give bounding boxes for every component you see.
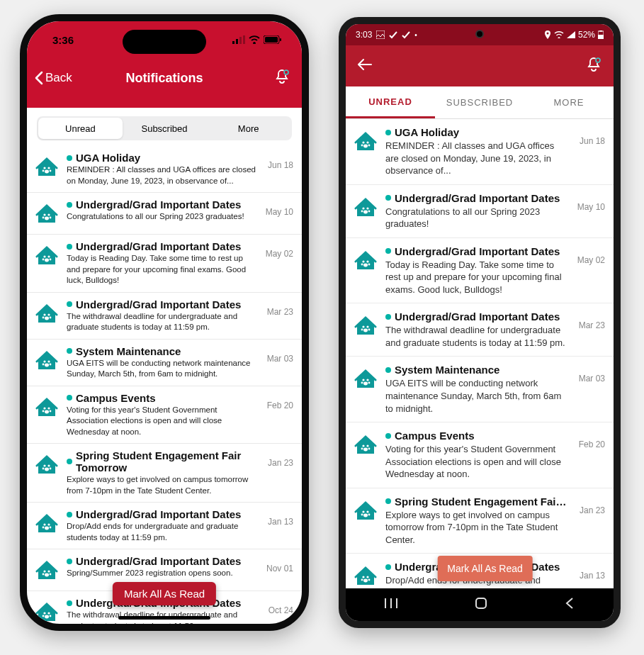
svg-point-20 xyxy=(47,255,50,257)
mark-all-read-button[interactable]: Mark All As Read xyxy=(437,556,533,581)
unread-dot-icon xyxy=(67,202,72,208)
svg-point-76 xyxy=(362,207,364,209)
house-paw-icon xyxy=(35,156,58,179)
svg-point-86 xyxy=(362,326,364,328)
notification-row[interactable]: Undergrad/Grad Important DatesToday is R… xyxy=(346,238,614,304)
tab-subscribed[interactable]: SUBSCRIBED xyxy=(435,86,524,118)
notification-row[interactable]: Undergrad/Grad Important DatesThe withdr… xyxy=(346,303,614,357)
svg-point-74 xyxy=(368,145,371,147)
svg-point-78 xyxy=(361,210,363,212)
svg-rect-68 xyxy=(599,30,602,32)
notification-row[interactable]: UGA HolidayREMINDER : All classes and UG… xyxy=(27,146,302,193)
notification-title: Undergrad/Grad Important Dates xyxy=(76,240,241,252)
notification-date: Jan 23 xyxy=(264,449,293,468)
svg-point-17 xyxy=(50,217,52,219)
notification-date: Jan 23 xyxy=(574,496,605,515)
notification-body: The withdrawal deadline for undergraduat… xyxy=(67,311,256,333)
notification-body: Spring/Summer 2023 registration opens so… xyxy=(67,568,256,579)
notification-row[interactable]: Campus EventsVoting for this year's Stud… xyxy=(346,422,614,488)
tab-subscribed[interactable]: Subscribed xyxy=(123,118,207,139)
svg-point-46 xyxy=(43,527,45,529)
svg-point-15 xyxy=(47,213,50,215)
notification-date: Nov 01 xyxy=(264,555,293,573)
notification-row[interactable]: Undergrad/Grad Important DatesCongratula… xyxy=(346,185,614,238)
unread-dot-icon xyxy=(67,348,72,354)
settings-button[interactable] xyxy=(273,68,290,88)
svg-point-101 xyxy=(362,510,364,513)
chevron-left-icon xyxy=(34,71,44,85)
ios-device: 3:36 Back Notifications Unread Subscribe… xyxy=(20,14,309,631)
android-notification-list[interactable]: UGA HolidayREMINDER : All classes and UG… xyxy=(346,119,614,588)
svg-point-34 xyxy=(43,407,45,409)
home-indicator[interactable] xyxy=(118,616,210,620)
notification-title: Spring Student Engagement Fair To… xyxy=(395,496,567,508)
svg-point-10 xyxy=(47,167,50,169)
svg-point-33 xyxy=(45,363,49,366)
tab-unread[interactable]: Unread xyxy=(38,118,123,139)
signal-icon xyxy=(232,35,245,44)
svg-point-82 xyxy=(366,260,368,262)
svg-point-37 xyxy=(50,410,52,412)
svg-point-85 xyxy=(363,263,368,267)
svg-point-39 xyxy=(43,465,45,467)
svg-point-31 xyxy=(43,363,45,365)
tab-more[interactable]: MORE xyxy=(524,86,614,118)
bell-gear-icon xyxy=(273,68,290,85)
svg-point-107 xyxy=(366,576,368,578)
tab-unread[interactable]: UNREAD xyxy=(346,86,435,118)
notification-body: REMINDER : All classes and UGA offices a… xyxy=(67,164,256,186)
ios-notification-list[interactable]: UGA HolidayREMINDER : All classes and UG… xyxy=(27,146,302,624)
svg-point-88 xyxy=(361,329,363,331)
notification-title: Undergrad/Grad Important Dates xyxy=(395,310,560,323)
notification-body: The withdrawal deadline for undergraduat… xyxy=(385,324,567,349)
notification-row[interactable]: Undergrad/Grad Important DatesThe withdr… xyxy=(27,293,302,340)
notification-row[interactable]: UGA HolidayREMINDER : All classes and UG… xyxy=(346,119,614,185)
notification-row[interactable]: Campus EventsVoting for this year's Stud… xyxy=(27,386,302,444)
recents-button[interactable] xyxy=(384,597,398,612)
notification-row[interactable]: System MaintenanceUGA EITS will be condu… xyxy=(346,357,614,422)
back-button[interactable] xyxy=(564,597,575,612)
image-icon xyxy=(376,30,385,39)
back-label: Back xyxy=(45,71,72,85)
notification-date: May 10 xyxy=(574,192,605,212)
bell-gear-icon xyxy=(585,56,602,73)
svg-point-77 xyxy=(366,207,368,209)
back-button[interactable]: Back xyxy=(34,71,72,85)
notification-title: System Maintenance xyxy=(76,345,181,357)
svg-point-21 xyxy=(43,259,45,261)
tab-more[interactable]: More xyxy=(206,118,290,139)
svg-rect-1 xyxy=(236,39,238,44)
svg-point-36 xyxy=(43,410,45,412)
unread-dot-icon xyxy=(67,244,72,250)
back-button[interactable] xyxy=(357,57,373,75)
svg-point-99 xyxy=(368,448,371,450)
notification-title: UGA Holiday xyxy=(395,126,459,138)
notification-body: UGA EITS will be conducting network main… xyxy=(67,358,256,380)
svg-point-71 xyxy=(362,141,364,143)
notification-date: Jan 13 xyxy=(264,508,293,527)
svg-point-30 xyxy=(47,360,50,362)
notification-row[interactable]: Undergrad/Grad Important DatesCongratula… xyxy=(27,193,302,235)
battery-icon xyxy=(264,35,282,44)
notification-row[interactable]: Spring Student Engagement Fair To…Explor… xyxy=(346,488,614,554)
house-paw-icon xyxy=(354,434,377,457)
svg-point-27 xyxy=(50,316,52,318)
notification-body: Today is Reading Day. Take some time to … xyxy=(67,253,256,286)
svg-point-80 xyxy=(363,210,368,213)
page-title: Notifications xyxy=(125,71,203,86)
home-button[interactable] xyxy=(474,596,488,613)
notification-body: Today is Reading Day. Take some time to … xyxy=(385,259,567,296)
notification-title: Undergrad/Grad Important Dates xyxy=(395,192,560,204)
svg-point-26 xyxy=(43,316,45,318)
svg-point-95 xyxy=(363,382,368,386)
mark-all-read-button[interactable]: Mark All As Read xyxy=(113,582,216,605)
notification-date: Jun 18 xyxy=(264,152,293,170)
settings-button[interactable] xyxy=(585,56,602,76)
notification-row[interactable]: Undergrad/Grad Important DatesToday is R… xyxy=(27,235,302,293)
notification-row[interactable]: Spring Student Engagement Fair TomorrowE… xyxy=(27,444,302,503)
notification-row[interactable]: System MaintenanceUGA EITS will be condu… xyxy=(27,340,302,386)
unread-dot-icon xyxy=(385,564,391,570)
unread-dot-icon xyxy=(385,433,391,439)
svg-point-72 xyxy=(366,141,368,143)
notification-row[interactable]: Undergrad/Grad Important DatesDrop/Add e… xyxy=(27,503,302,549)
